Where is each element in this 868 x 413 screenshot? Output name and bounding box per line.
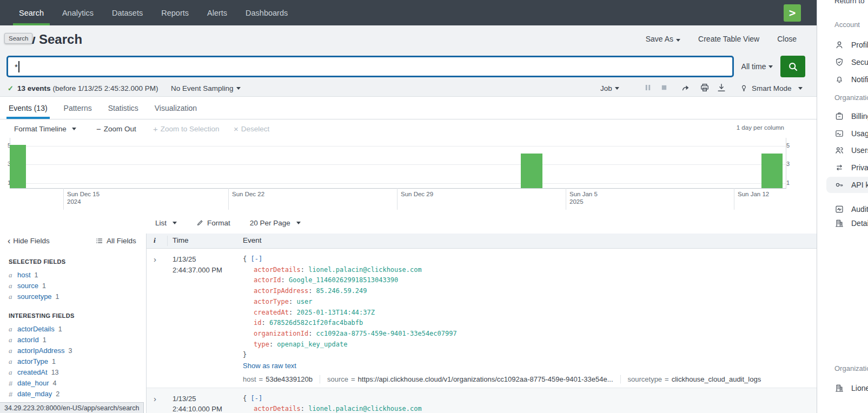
nav-item-datasets[interactable]: Datasets: [103, 0, 152, 25]
tab-events-13[interactable]: Events (13): [9, 97, 48, 119]
x-tick-year: 2025: [569, 198, 598, 205]
sidebar-item-api-keys[interactable]: API keys: [834, 177, 868, 193]
json-value[interactable]: openapi_key_update: [277, 341, 347, 348]
zoom-to-selection-button: +Zoom to Selection: [153, 119, 220, 138]
time-range-label: All time: [741, 62, 766, 71]
json-value[interactable]: cc1092aa-8775-459e-9401-33e54ec07997: [316, 330, 457, 337]
sidebar-item-users[interactable]: Users: [834, 142, 868, 158]
field-link-createdat[interactable]: createdAt: [17, 368, 48, 377]
json-key[interactable]: createdAt: [254, 309, 289, 316]
sidebar-item-security[interactable]: Security: [834, 54, 868, 70]
nav-item-analytics[interactable]: Analytics: [53, 0, 103, 25]
search-button[interactable]: [780, 56, 805, 77]
create-table-view-button[interactable]: Create Table View: [698, 35, 759, 43]
search-input[interactable]: *: [6, 56, 734, 77]
tab-visualization[interactable]: Visualization: [155, 97, 197, 119]
event-body: { [-]actorDetails: lionel.palacin@clickh…: [243, 394, 810, 413]
format-timeline-label: Format Timeline: [14, 125, 67, 133]
json-key[interactable]: actorDetails: [254, 266, 301, 274]
expand-event-icon[interactable]: ›: [154, 254, 156, 265]
json-field-line: id: 678526d582c1f20fac4babfb: [243, 318, 810, 329]
json-value[interactable]: 85.246.59.249: [316, 287, 367, 295]
timeline-bar[interactable]: [10, 145, 26, 188]
time-range-picker[interactable]: All time: [734, 56, 780, 77]
share-job-button[interactable]: [680, 82, 692, 94]
nav-item-alerts[interactable]: Alerts: [198, 0, 236, 25]
json-value[interactable]: Google_114602629918513043390: [289, 276, 398, 284]
field-link-actordetails[interactable]: actorDetails: [17, 325, 55, 334]
print-button[interactable]: [699, 82, 711, 94]
sidebar-item-usage[interactable]: Usage: [834, 125, 868, 142]
show-raw-text-link[interactable]: Show as raw text: [243, 361, 810, 371]
timeline-bar[interactable]: [521, 154, 542, 188]
tab-label: Statistics: [108, 104, 138, 112]
splunk-logo[interactable]: >: [784, 4, 801, 22]
close-button[interactable]: Close: [777, 35, 797, 43]
json-collapse-toggle[interactable]: [-]: [250, 395, 262, 402]
x-axis-tick: [397, 188, 397, 210]
json-key[interactable]: actorType: [254, 298, 289, 305]
nav-item-search[interactable]: Search: [10, 0, 53, 25]
sidebar-item-lionel[interactable]: Lionel: [834, 380, 868, 396]
job-menu[interactable]: Job: [600, 80, 619, 96]
list-view-dropdown[interactable]: List: [155, 219, 177, 227]
save-as-button[interactable]: Save As: [646, 35, 680, 43]
json-value[interactable]: lionel.palacin@clickhouse.com: [308, 266, 422, 274]
field-link-host[interactable]: host: [17, 271, 31, 279]
tab-statistics[interactable]: Statistics: [108, 97, 138, 119]
sidebar-section-header-account: Account: [834, 21, 860, 29]
field-link-sourcetype[interactable]: sourcetype: [17, 292, 52, 301]
meta-field-value[interactable]: https://api.clickhouse.cloud/v1/organiza…: [358, 375, 613, 383]
return-to-link[interactable]: Return to: [834, 0, 865, 5]
field-link-date-mday[interactable]: date_mday: [17, 390, 52, 398]
expand-event-icon[interactable]: ›: [154, 394, 156, 404]
event-sampling-dropdown[interactable]: No Event Sampling: [171, 80, 241, 96]
json-key[interactable]: actorIpAddress: [254, 287, 308, 295]
field-link-actoripaddress[interactable]: actorIpAddress: [17, 347, 64, 355]
field-distinct-count: 2: [56, 390, 59, 398]
search-mode-selector[interactable]: Smart Mode: [740, 80, 803, 96]
json-collapse-toggle[interactable]: [-]: [250, 255, 262, 263]
field-link-actortype[interactable]: actorType: [17, 357, 48, 366]
json-key[interactable]: actorDetails: [254, 405, 301, 412]
zoom-to-selection-label: Zoom to Selection: [161, 125, 220, 133]
chevron-down-icon: [798, 87, 803, 90]
field-link-date-hour[interactable]: date_hour: [17, 379, 49, 388]
format-timeline-dropdown[interactable]: Format Timeline: [14, 119, 76, 138]
json-value[interactable]: 2025-01-13T14:44:37Z: [296, 309, 375, 316]
sidebar-item-notifications[interactable]: Notifications: [834, 71, 868, 88]
events-table: i Time Event ›1/13/252:44:37.000 PM{ [-]…: [147, 234, 817, 413]
export-button[interactable]: [716, 82, 728, 94]
json-key[interactable]: type: [254, 341, 269, 348]
field-link-actorid[interactable]: actorId: [17, 336, 39, 344]
event-column-header: Event: [243, 236, 262, 244]
sidebar-item-profile[interactable]: Profile: [834, 37, 868, 53]
header-actions: Save AsCreate Table ViewClose: [646, 35, 797, 43]
sidebar-item-private[interactable]: Private: [834, 159, 868, 176]
json-colon: :: [281, 276, 289, 284]
format-results-button[interactable]: Format: [196, 219, 230, 227]
json-field-line: organizationId: cc1092aa-8775-459e-9401-…: [243, 329, 810, 339]
meta-field-value[interactable]: 53de4339120b: [266, 375, 313, 383]
per-page-dropdown[interactable]: 20 Per Page: [250, 219, 301, 227]
json-key[interactable]: actorId: [254, 276, 281, 284]
field-link-source[interactable]: source: [17, 282, 38, 290]
nav-item-reports[interactable]: Reports: [152, 0, 198, 25]
users-icon: [834, 145, 844, 155]
selected-fields-list: ahost1asource1asourcetype1: [0, 270, 146, 302]
json-value[interactable]: user: [296, 298, 312, 305]
json-key[interactable]: id: [254, 319, 261, 327]
x-tick-date: Sun Dec 22: [232, 190, 264, 198]
sidebar-item-details[interactable]: Details: [834, 215, 868, 231]
sidebar-item-billing[interactable]: Billing: [834, 108, 868, 124]
all-fields-button[interactable]: All Fields: [95, 237, 136, 245]
tab-patterns[interactable]: Patterns: [64, 97, 92, 119]
hide-fields-button[interactable]: ‹ Hide Fields: [8, 237, 50, 245]
meta-field-value[interactable]: clickhouse_cloud_audit_logs: [672, 375, 761, 383]
zoom-out-button[interactable]: −Zoom Out: [96, 119, 136, 138]
json-value[interactable]: 678526d582c1f20fac4babfb: [269, 319, 363, 327]
nav-item-dashboards[interactable]: Dashboards: [236, 0, 297, 25]
timeline-bar[interactable]: [761, 154, 783, 188]
json-value[interactable]: lionel.palacin@clickhouse.com: [308, 405, 422, 412]
json-key[interactable]: organizationId: [254, 330, 308, 337]
